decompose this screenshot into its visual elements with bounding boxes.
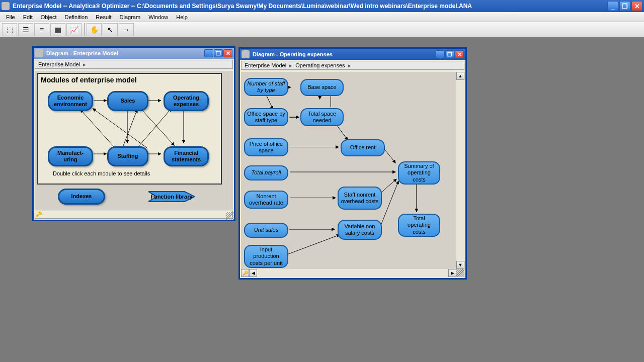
window-buttons: _ ❐ ✕: [607, 1, 642, 11]
child-close-button[interactable]: ✕: [455, 50, 464, 58]
node-total-space-needed[interactable]: Total space needed: [300, 108, 344, 126]
window-operating-expenses[interactable]: Diagram - Operating expenses _ ❐ ✕ Enter…: [238, 47, 467, 280]
close-button[interactable]: ✕: [631, 1, 642, 11]
tool-outline-icon[interactable]: ☰: [18, 23, 33, 36]
scroll-right-icon[interactable]: ▶: [448, 269, 456, 277]
child-maximize-button[interactable]: ❐: [445, 50, 454, 58]
node-sales[interactable]: Sales: [107, 91, 148, 111]
mdi-workspace: Diagram - Enterprise Model _ ❐ ✕ Enterpr…: [0, 37, 644, 362]
chevron-right-icon: ▸: [289, 62, 292, 69]
menu-edit[interactable]: Edit: [19, 13, 37, 21]
node-indexes[interactable]: Indexes: [58, 189, 105, 205]
tool-hand-icon[interactable]: ✋: [87, 23, 102, 36]
breadcrumb-item-current[interactable]: Operating expenses: [295, 62, 345, 68]
svg-line-5: [80, 110, 115, 148]
key-icon[interactable]: 🔑: [35, 211, 42, 218]
node-unit-sales[interactable]: Unit sales: [244, 223, 288, 238]
child-minimize-button[interactable]: _: [436, 50, 445, 58]
resize-grip[interactable]: [456, 269, 464, 277]
node-staff-nonrent[interactable]: Staff nonrent overhead costs: [338, 187, 382, 210]
node-nonrent-rate[interactable]: Nonrent overhead rate: [244, 191, 288, 209]
statusbar: 🔑: [35, 211, 233, 219]
menu-object[interactable]: Object: [37, 13, 61, 21]
frame-title: Modules of enterprise model: [38, 74, 221, 86]
child-title: Diagram - Operating expenses: [253, 51, 333, 57]
arrows-layer: [38, 74, 221, 184]
child-title: Diagram - Enterprise Model: [46, 50, 118, 56]
node-total-operating[interactable]: Total operating costs: [398, 214, 440, 237]
tool-separator: [84, 23, 85, 36]
breadcrumb-item-root[interactable]: Enterprise Model: [245, 62, 286, 68]
node-staffing[interactable]: Staffing: [107, 146, 148, 166]
node-variable-nonsalary[interactable]: Variable non salary costs: [338, 220, 382, 240]
breadcrumb[interactable]: Enterprise Model ▸ Operating expenses ▸: [241, 61, 464, 70]
breadcrumb[interactable]: Enterprise Model ▸: [35, 60, 233, 69]
key-icon[interactable]: 🔑: [241, 269, 249, 277]
tool-arrow-icon[interactable]: →: [119, 23, 134, 36]
scroll-up-icon[interactable]: ▲: [456, 72, 464, 80]
breadcrumb-item[interactable]: Enterprise Model: [38, 61, 80, 67]
tool-hierarchy-icon[interactable]: ⬚: [2, 23, 17, 36]
diagram-canvas[interactable]: Number of staff by type Base space Offic…: [241, 72, 464, 277]
tool-graph-icon[interactable]: 📈: [66, 23, 82, 36]
modules-frame: Modules of enterprise model Economic env…: [37, 73, 222, 185]
horizontal-scrollbar[interactable]: 🔑 ◀ ▶: [241, 269, 456, 277]
node-financial-statements[interactable]: Financial statements: [164, 146, 209, 166]
resize-grip[interactable]: [226, 212, 234, 220]
app-icon: [2, 2, 10, 10]
child-titlebar[interactable]: Diagram - Operating expenses _ ❐ ✕: [240, 49, 465, 60]
app-titlebar: Enterprise Model -- Analytica® Optimizer…: [0, 0, 644, 12]
app-title: Enterprise Model -- Analytica® Optimizer…: [13, 3, 607, 10]
child-maximize-button[interactable]: ❐: [214, 49, 223, 57]
svg-line-8: [137, 109, 172, 148]
child-close-button[interactable]: ✕: [223, 49, 232, 57]
svg-line-7: [122, 110, 137, 148]
svg-line-25: [381, 181, 399, 226]
child-icon: [242, 50, 250, 58]
menu-help[interactable]: Help: [172, 13, 192, 21]
menubar: File Edit Object Definition Result Diagr…: [0, 12, 644, 22]
vertical-scrollbar[interactable]: ▲ ▼: [456, 72, 464, 269]
menu-result[interactable]: Result: [92, 13, 115, 21]
tool-pointer-icon[interactable]: ↖: [103, 23, 118, 36]
menu-file[interactable]: File: [2, 13, 19, 21]
menu-diagram[interactable]: Diagram: [116, 13, 145, 21]
svg-line-6: [140, 108, 175, 146]
chevron-right-icon: ▸: [83, 61, 86, 68]
diagram-canvas[interactable]: Modules of enterprise model Economic env…: [35, 71, 233, 210]
minimize-button[interactable]: _: [607, 1, 618, 11]
tool-list-icon[interactable]: ≡: [34, 23, 49, 36]
node-economic-environment[interactable]: Economic environment: [48, 91, 93, 111]
node-total-payroll[interactable]: Total payroll: [244, 165, 288, 180]
svg-line-4: [93, 109, 147, 148]
menu-definition[interactable]: Definition: [61, 13, 92, 21]
svg-line-23: [380, 179, 397, 194]
node-base-space[interactable]: Base space: [300, 79, 344, 96]
node-number-staff[interactable]: Number of staff by type: [244, 78, 288, 96]
window-enterprise-model[interactable]: Diagram - Enterprise Model _ ❐ ✕ Enterpr…: [32, 46, 235, 221]
toolbar: ⬚ ☰ ≡ ▦ 📈 ✋ ↖ →: [0, 22, 644, 37]
child-minimize-button[interactable]: _: [204, 49, 213, 57]
chevron-right-icon: ▸: [348, 62, 351, 69]
node-input-production[interactable]: Input production costs per unit: [244, 245, 288, 268]
node-manufacturing[interactable]: Manufact-uring: [48, 146, 93, 166]
function-library-label: Function library: [148, 188, 195, 206]
node-function-library[interactable]: Function library: [148, 188, 195, 206]
node-summary-operating[interactable]: Summary of operating costs: [398, 161, 440, 185]
node-price-office-space[interactable]: Price of office space: [244, 138, 288, 156]
menu-window[interactable]: Window: [144, 13, 172, 21]
child-titlebar[interactable]: Diagram - Enterprise Model _ ❐ ✕: [34, 48, 234, 59]
node-operating-expenses[interactable]: Operating expenses: [164, 91, 209, 111]
maximize-button[interactable]: ❐: [619, 1, 630, 11]
hint-caption: Double click each module to see details: [53, 170, 150, 176]
node-office-rent[interactable]: Office rent: [341, 139, 385, 156]
child-icon: [35, 49, 43, 57]
svg-line-26: [288, 235, 340, 254]
tool-table-icon[interactable]: ▦: [50, 23, 65, 36]
scroll-down-icon[interactable]: ▼: [456, 261, 464, 269]
node-office-space-by-staff[interactable]: Office space by staff type: [244, 108, 288, 126]
scroll-left-icon[interactable]: ◀: [249, 269, 257, 277]
